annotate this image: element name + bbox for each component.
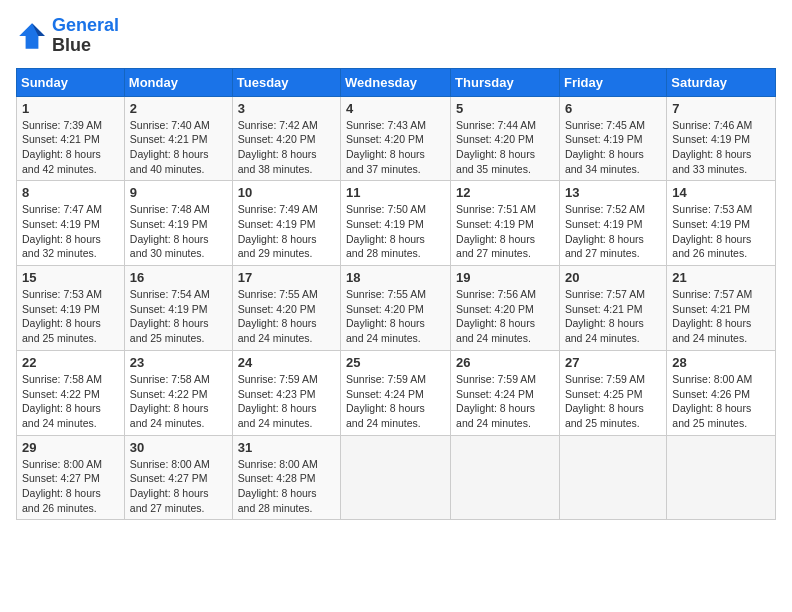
calendar-cell (559, 435, 666, 520)
calendar-table: SundayMondayTuesdayWednesdayThursdayFrid… (16, 68, 776, 521)
weekday-header-friday: Friday (559, 68, 666, 96)
weekday-header-thursday: Thursday (451, 68, 560, 96)
day-number: 27 (565, 355, 661, 370)
calendar-cell: 10Sunrise: 7:49 AMSunset: 4:19 PMDayligh… (232, 181, 340, 266)
calendar-cell: 16Sunrise: 7:54 AMSunset: 4:19 PMDayligh… (124, 266, 232, 351)
day-number: 19 (456, 270, 554, 285)
weekday-header-tuesday: Tuesday (232, 68, 340, 96)
calendar-cell: 27Sunrise: 7:59 AMSunset: 4:25 PMDayligh… (559, 350, 666, 435)
calendar-cell: 18Sunrise: 7:55 AMSunset: 4:20 PMDayligh… (341, 266, 451, 351)
cell-info: Sunrise: 7:54 AMSunset: 4:19 PMDaylight:… (130, 287, 227, 346)
logo-icon (16, 20, 48, 52)
calendar-cell: 17Sunrise: 7:55 AMSunset: 4:20 PMDayligh… (232, 266, 340, 351)
day-number: 11 (346, 185, 445, 200)
calendar-cell: 1Sunrise: 7:39 AMSunset: 4:21 PMDaylight… (17, 96, 125, 181)
cell-info: Sunrise: 7:52 AMSunset: 4:19 PMDaylight:… (565, 202, 661, 261)
day-number: 16 (130, 270, 227, 285)
cell-info: Sunrise: 7:58 AMSunset: 4:22 PMDaylight:… (130, 372, 227, 431)
cell-info: Sunrise: 7:59 AMSunset: 4:23 PMDaylight:… (238, 372, 335, 431)
cell-info: Sunrise: 7:49 AMSunset: 4:19 PMDaylight:… (238, 202, 335, 261)
cell-info: Sunrise: 7:51 AMSunset: 4:19 PMDaylight:… (456, 202, 554, 261)
calendar-cell: 7Sunrise: 7:46 AMSunset: 4:19 PMDaylight… (667, 96, 776, 181)
calendar-cell: 15Sunrise: 7:53 AMSunset: 4:19 PMDayligh… (17, 266, 125, 351)
calendar-cell: 9Sunrise: 7:48 AMSunset: 4:19 PMDaylight… (124, 181, 232, 266)
cell-info: Sunrise: 7:39 AMSunset: 4:21 PMDaylight:… (22, 118, 119, 177)
cell-info: Sunrise: 7:45 AMSunset: 4:19 PMDaylight:… (565, 118, 661, 177)
calendar-cell: 25Sunrise: 7:59 AMSunset: 4:24 PMDayligh… (341, 350, 451, 435)
calendar-cell: 8Sunrise: 7:47 AMSunset: 4:19 PMDaylight… (17, 181, 125, 266)
cell-info: Sunrise: 7:57 AMSunset: 4:21 PMDaylight:… (565, 287, 661, 346)
page-header: General Blue (16, 16, 776, 56)
day-number: 26 (456, 355, 554, 370)
day-number: 13 (565, 185, 661, 200)
calendar-cell: 6Sunrise: 7:45 AMSunset: 4:19 PMDaylight… (559, 96, 666, 181)
day-number: 14 (672, 185, 770, 200)
cell-info: Sunrise: 7:55 AMSunset: 4:20 PMDaylight:… (238, 287, 335, 346)
calendar-cell: 28Sunrise: 8:00 AMSunset: 4:26 PMDayligh… (667, 350, 776, 435)
cell-info: Sunrise: 7:59 AMSunset: 4:25 PMDaylight:… (565, 372, 661, 431)
day-number: 30 (130, 440, 227, 455)
calendar-cell (341, 435, 451, 520)
day-number: 20 (565, 270, 661, 285)
cell-info: Sunrise: 7:53 AMSunset: 4:19 PMDaylight:… (22, 287, 119, 346)
day-number: 1 (22, 101, 119, 116)
cell-info: Sunrise: 7:59 AMSunset: 4:24 PMDaylight:… (456, 372, 554, 431)
day-number: 21 (672, 270, 770, 285)
calendar-cell: 11Sunrise: 7:50 AMSunset: 4:19 PMDayligh… (341, 181, 451, 266)
day-number: 7 (672, 101, 770, 116)
logo: General Blue (16, 16, 119, 56)
cell-info: Sunrise: 7:42 AMSunset: 4:20 PMDaylight:… (238, 118, 335, 177)
calendar-cell: 30Sunrise: 8:00 AMSunset: 4:27 PMDayligh… (124, 435, 232, 520)
calendar-cell: 26Sunrise: 7:59 AMSunset: 4:24 PMDayligh… (451, 350, 560, 435)
day-number: 18 (346, 270, 445, 285)
cell-info: Sunrise: 7:53 AMSunset: 4:19 PMDaylight:… (672, 202, 770, 261)
calendar-cell: 20Sunrise: 7:57 AMSunset: 4:21 PMDayligh… (559, 266, 666, 351)
day-number: 24 (238, 355, 335, 370)
cell-info: Sunrise: 7:43 AMSunset: 4:20 PMDaylight:… (346, 118, 445, 177)
day-number: 5 (456, 101, 554, 116)
day-number: 9 (130, 185, 227, 200)
cell-info: Sunrise: 8:00 AMSunset: 4:27 PMDaylight:… (22, 457, 119, 516)
day-number: 28 (672, 355, 770, 370)
calendar-cell: 4Sunrise: 7:43 AMSunset: 4:20 PMDaylight… (341, 96, 451, 181)
day-number: 25 (346, 355, 445, 370)
cell-info: Sunrise: 7:47 AMSunset: 4:19 PMDaylight:… (22, 202, 119, 261)
calendar-cell: 14Sunrise: 7:53 AMSunset: 4:19 PMDayligh… (667, 181, 776, 266)
calendar-cell: 5Sunrise: 7:44 AMSunset: 4:20 PMDaylight… (451, 96, 560, 181)
calendar-cell (667, 435, 776, 520)
calendar-week-row: 22Sunrise: 7:58 AMSunset: 4:22 PMDayligh… (17, 350, 776, 435)
cell-info: Sunrise: 7:48 AMSunset: 4:19 PMDaylight:… (130, 202, 227, 261)
calendar-header: SundayMondayTuesdayWednesdayThursdayFrid… (17, 68, 776, 96)
day-number: 29 (22, 440, 119, 455)
day-number: 10 (238, 185, 335, 200)
cell-info: Sunrise: 7:59 AMSunset: 4:24 PMDaylight:… (346, 372, 445, 431)
weekday-header-row: SundayMondayTuesdayWednesdayThursdayFrid… (17, 68, 776, 96)
calendar-cell: 19Sunrise: 7:56 AMSunset: 4:20 PMDayligh… (451, 266, 560, 351)
day-number: 2 (130, 101, 227, 116)
day-number: 23 (130, 355, 227, 370)
weekday-header-wednesday: Wednesday (341, 68, 451, 96)
calendar-cell: 12Sunrise: 7:51 AMSunset: 4:19 PMDayligh… (451, 181, 560, 266)
cell-info: Sunrise: 7:57 AMSunset: 4:21 PMDaylight:… (672, 287, 770, 346)
calendar-week-row: 1Sunrise: 7:39 AMSunset: 4:21 PMDaylight… (17, 96, 776, 181)
calendar-cell: 29Sunrise: 8:00 AMSunset: 4:27 PMDayligh… (17, 435, 125, 520)
cell-info: Sunrise: 7:58 AMSunset: 4:22 PMDaylight:… (22, 372, 119, 431)
day-number: 4 (346, 101, 445, 116)
calendar-week-row: 29Sunrise: 8:00 AMSunset: 4:27 PMDayligh… (17, 435, 776, 520)
day-number: 22 (22, 355, 119, 370)
calendar-week-row: 8Sunrise: 7:47 AMSunset: 4:19 PMDaylight… (17, 181, 776, 266)
weekday-header-saturday: Saturday (667, 68, 776, 96)
logo-text: General Blue (52, 16, 119, 56)
calendar-cell: 22Sunrise: 7:58 AMSunset: 4:22 PMDayligh… (17, 350, 125, 435)
calendar-cell: 24Sunrise: 7:59 AMSunset: 4:23 PMDayligh… (232, 350, 340, 435)
day-number: 17 (238, 270, 335, 285)
calendar-week-row: 15Sunrise: 7:53 AMSunset: 4:19 PMDayligh… (17, 266, 776, 351)
cell-info: Sunrise: 8:00 AMSunset: 4:28 PMDaylight:… (238, 457, 335, 516)
calendar-cell: 21Sunrise: 7:57 AMSunset: 4:21 PMDayligh… (667, 266, 776, 351)
day-number: 31 (238, 440, 335, 455)
cell-info: Sunrise: 8:00 AMSunset: 4:27 PMDaylight:… (130, 457, 227, 516)
day-number: 15 (22, 270, 119, 285)
cell-info: Sunrise: 7:56 AMSunset: 4:20 PMDaylight:… (456, 287, 554, 346)
calendar-cell: 2Sunrise: 7:40 AMSunset: 4:21 PMDaylight… (124, 96, 232, 181)
day-number: 6 (565, 101, 661, 116)
